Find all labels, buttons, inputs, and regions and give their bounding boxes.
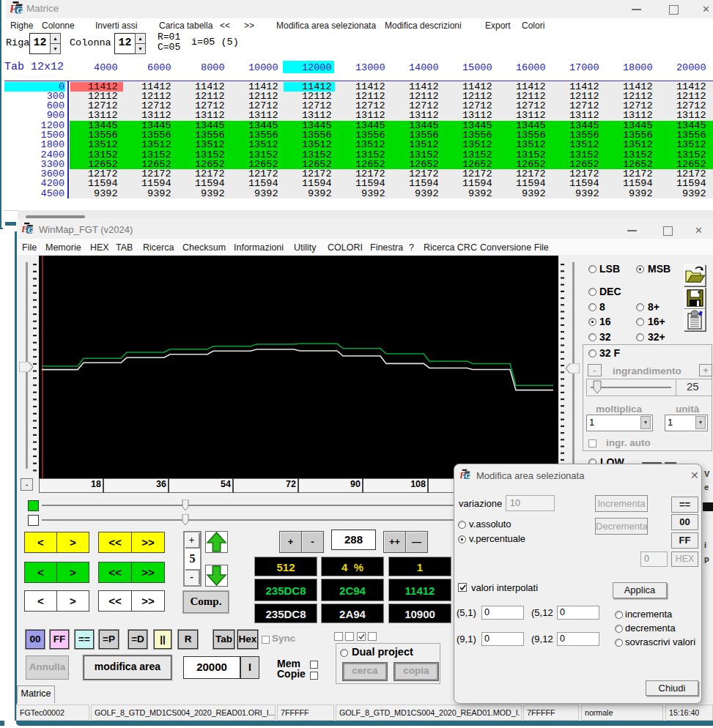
svg-text:G: G: [17, 6, 23, 15]
svg-text:G: G: [465, 472, 470, 480]
svg-text:G: G: [28, 226, 34, 234]
